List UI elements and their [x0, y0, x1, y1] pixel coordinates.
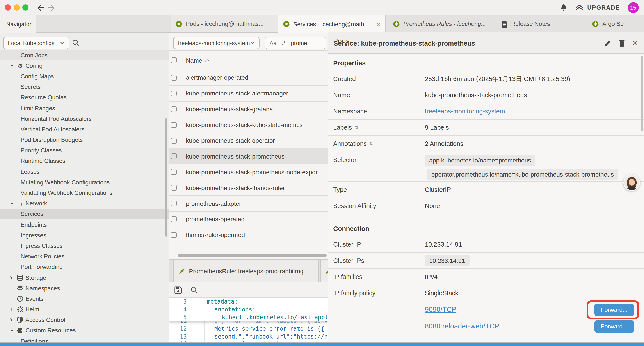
namespace-select[interactable]: freeleaps-monitoring-system	[173, 37, 260, 49]
detail-scrollbar[interactable]	[641, 56, 643, 131]
table-row[interactable]: kube-prometheus-stack-kube-state-metrics	[169, 117, 328, 133]
back-icon[interactable]	[35, 3, 45, 13]
upgrade-button[interactable]: UPGRADE	[576, 4, 620, 11]
bell-icon[interactable]	[560, 4, 568, 11]
close-icon[interactable]: ×	[633, 38, 638, 48]
chevron-down-icon[interactable]	[10, 202, 14, 205]
minimize-window-button[interactable]	[14, 4, 20, 10]
sidebar-item-runtime-classes[interactable]: Runtime Classes	[0, 156, 169, 166]
chevron-right-icon[interactable]	[10, 318, 13, 322]
search-icon[interactable]	[72, 39, 79, 46]
indent-guide	[10, 92, 11, 103]
search-icon[interactable]	[191, 287, 198, 294]
chevron-right-icon[interactable]	[10, 276, 13, 280]
zoom-window-button[interactable]	[22, 4, 28, 10]
trash-icon[interactable]	[619, 39, 625, 47]
regex-icon[interactable]: .*	[282, 40, 286, 46]
sidebar-item-endpoints[interactable]: Endpoints	[0, 219, 169, 230]
table-row[interactable]: prometheus-adapter	[169, 196, 328, 212]
row-checkbox[interactable]	[171, 169, 177, 175]
forward-button[interactable]: Forward...	[594, 320, 634, 333]
tab-services[interactable]: Services - icecheng@math... ×	[278, 15, 386, 33]
sidebar-item-network-policies[interactable]: Network Policies	[0, 251, 169, 262]
close-tab-icon[interactable]: ×	[377, 20, 381, 28]
row-checkbox[interactable]	[171, 201, 177, 206]
sidebar-item-secrets[interactable]: Secrets	[0, 82, 169, 92]
sidebar-item-services[interactable]: Services	[0, 209, 169, 219]
forward-button[interactable]: Forward...	[594, 303, 634, 316]
table-row[interactable]: prometheus-operated	[169, 212, 328, 227]
row-checkbox[interactable]	[171, 91, 177, 96]
indent-guide	[10, 103, 11, 113]
row-checkbox[interactable]	[171, 75, 177, 81]
sidebar-item-helm[interactable]: Helm	[0, 304, 169, 315]
edit-icon[interactable]	[604, 40, 611, 47]
sidebar-item-validating-webhook-configurations[interactable]: Validating Webhook Configurations	[0, 188, 169, 198]
kubeconfig-select[interactable]: Local Kubeconfigs	[3, 37, 69, 49]
avatar[interactable]	[624, 174, 640, 191]
sidebar-item-config[interactable]: ⚙Config	[0, 60, 169, 71]
sidebar-item-mutating-webhook-configurations[interactable]: Mutating Webhook Configurations	[0, 177, 169, 188]
table-row[interactable]: kube-prometheus-stack-operator	[169, 133, 328, 149]
service-name: kube-prometheus-stack-grafana	[186, 106, 273, 113]
sidebar-item-access-control[interactable]: Access Control	[0, 315, 169, 325]
table-row[interactable]: kube-prometheus-stack-prometheus	[169, 149, 328, 164]
table-row[interactable]: kube-prometheus-stack-alertmanager	[169, 86, 328, 102]
sidebar-item-priority-classes[interactable]: Priority Classes	[0, 145, 169, 156]
tab-release-notes[interactable]: Release Notes	[497, 15, 585, 32]
sidebar-scrollbar[interactable]	[165, 118, 168, 237]
table-header[interactable]: Name	[169, 51, 328, 70]
tab-prometheus-rules[interactable]: Prometheus Rules - icecheng...	[388, 15, 496, 32]
sidebar-item-resource-quotas[interactable]: Resource Quotas	[0, 92, 169, 103]
yaml-editor[interactable]: 110", "for": "1m", "labels": {"service":…	[169, 298, 328, 346]
table-row[interactable]: kube-prometheus-stack-prometheus-node-ex…	[169, 164, 328, 180]
sidebar-item-port-forwarding[interactable]: Port Forwarding	[0, 262, 169, 272]
sidebar-item-custom-resources[interactable]: Custom Resources	[0, 326, 169, 336]
table-row[interactable]: alertmanager-operated	[169, 70, 328, 86]
table-row[interactable]: kube-prometheus-stack-thanos-ruler	[169, 180, 328, 196]
table-row[interactable]: thanos-ruler-operated	[169, 227, 328, 243]
select-all-checkbox[interactable]	[171, 57, 177, 63]
sidebar-item-vertical-pod-autoscalers[interactable]: Vertical Pod Autoscalers	[0, 124, 169, 135]
chevron-right-icon[interactable]	[10, 308, 13, 311]
sidebar-item-cron-jobs[interactable]: Cron Jobs	[0, 50, 169, 60]
sidebar-item-ingress-classes[interactable]: Ingress Classes	[0, 241, 169, 251]
save-icon[interactable]	[174, 287, 182, 294]
sidebar-item-events[interactable]: Events	[0, 294, 169, 304]
sidebar-item-pod-disruption-budgets[interactable]: Pod Disruption Budgets	[0, 135, 169, 145]
close-window-button[interactable]	[5, 4, 11, 10]
sort-toggle-icon[interactable]: ⇅	[354, 125, 358, 130]
sidebar-item-horizontal-pod-autoscalers[interactable]: Horizontal Pod Autoscalers	[0, 113, 169, 124]
horizontal-scrollbar[interactable]	[178, 254, 326, 257]
sidebar-item-limit-ranges[interactable]: Limit Ranges	[0, 103, 169, 113]
table-row[interactable]: kube-prometheus-stack-grafana	[169, 102, 328, 117]
row-checkbox[interactable]	[171, 232, 177, 238]
sidebar-item-namespaces[interactable]: Namespaces	[0, 283, 169, 294]
row-checkbox[interactable]	[171, 185, 177, 191]
sidebar-item-ingresses[interactable]: Ingresses	[0, 230, 169, 240]
tab-argo[interactable]: Argo Se	[588, 15, 644, 32]
sidebar-item-label: Endpoints	[20, 221, 47, 228]
editor-tab-prometheusrule[interactable]: PrometheusRule: freeleaps-prod-rabbitmq	[173, 260, 319, 282]
namespace-link[interactable]: freeleaps-monitoring-system	[425, 108, 505, 115]
editor-tab-next[interactable]	[320, 260, 328, 282]
editor-sticky-lines: 3metadata:4annotations:5kubectl.kubernet…	[169, 298, 328, 322]
row-checkbox[interactable]	[171, 153, 177, 159]
sidebar-item-storage[interactable]: Storage	[0, 272, 169, 283]
row-checkbox[interactable]	[171, 138, 177, 143]
sidebar-item-leases[interactable]: Leases	[0, 166, 169, 177]
row-checkbox[interactable]	[171, 106, 177, 112]
notification-badge[interactable]: 15	[628, 2, 639, 13]
search-input[interactable]: Aa .* prome	[265, 37, 326, 49]
sidebar-item-network[interactable]: ↑↓Network	[0, 198, 169, 209]
row-checkbox[interactable]	[171, 122, 177, 128]
chevron-down-icon[interactable]	[10, 65, 14, 67]
row-checkbox[interactable]	[171, 216, 177, 222]
sort-toggle-icon[interactable]: ⇅	[369, 141, 373, 146]
forward-icon[interactable]	[47, 3, 57, 13]
sidebar-item-config-maps[interactable]: Config Maps	[0, 71, 169, 82]
chevron-down-icon[interactable]	[10, 329, 14, 332]
navigator-panel-tab[interactable]: Navigator	[0, 15, 36, 33]
tab-pods[interactable]: Pods - icecheng@mathmas...	[171, 15, 278, 32]
match-case-icon[interactable]: Aa	[270, 40, 277, 46]
